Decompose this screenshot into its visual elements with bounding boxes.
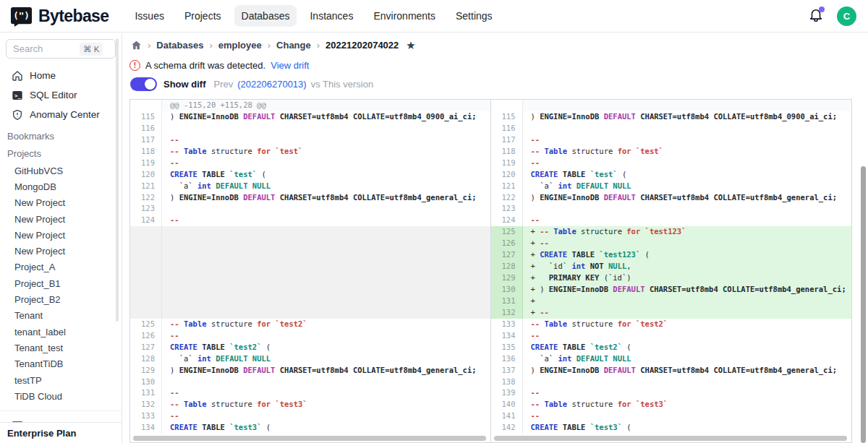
diff-hunk-header: @@ -115,20 +115,28 @@ [130,100,490,111]
h-scrollbar-left[interactable] [133,436,486,441]
diff-line: 123 [491,203,852,215]
diff-empty-line [130,238,490,249]
diff-line: 120CREATE TABLE `test` ( [491,169,852,181]
sidebar-item-anomaly-center[interactable]: Anomaly Center [0,105,122,124]
sidebar-item-label: SQL Editor [30,90,77,100]
page-scrollbar[interactable] [861,166,866,443]
project-item-tenanttidb-12[interactable]: TenantTiDB [0,356,122,372]
line-content: -- [162,410,490,422]
navbar-menu: IssuesProjectsDatabasesInstancesEnvironm… [127,5,499,27]
alert-circle-icon: ! [129,60,140,71]
diff-line: 119-- [491,158,852,169]
project-item-tenant-test-11[interactable]: Tenant_test [0,340,122,356]
diff-line: 128 `a` int DEFAULT NULL [130,353,490,365]
view-drift-link[interactable]: View drift [271,60,309,71]
line-content: ) ENGINE=InnoDB DEFAULT CHARSET=utf8mb4 … [523,192,852,204]
breadcrumb-separator: › [317,40,320,51]
line-number [130,284,162,296]
line-content: + CREATE TABLE `test123` ( [523,249,852,261]
diff-line: 118-- Table structure for `test` [130,146,490,158]
diff-line: 135CREATE TABLE `test2` ( [491,342,852,353]
project-item-new-project-3[interactable]: New Project [0,211,122,227]
diff-rows-left: @@ -115,20 +115,28 @@115) ENGINE=InnoDB … [130,100,490,434]
project-item-testtp-13[interactable]: testTP [0,372,122,388]
diff-line: 124-- [130,215,490,226]
diff-line: 122) ENGINE=InnoDB DEFAULT CHARSET=utf8m… [491,192,852,204]
line-content: + -- [523,307,852,319]
breadcrumb-databases[interactable]: Databases [156,40,203,51]
brand[interactable]: (") Bytebase [10,5,109,27]
nav-item-databases[interactable]: Databases [234,5,297,27]
diff-line: 124-- [491,215,852,226]
nav-item-environments[interactable]: Environments [366,5,443,27]
line-content [523,203,852,215]
project-item-mongodb-1[interactable]: MongoDB [0,179,122,194]
h-scrollbar-right[interactable] [494,436,848,441]
diff-line: 125+ -- Table structure for `test123` [491,226,852,238]
line-content: ) ENGINE=InnoDB DEFAULT CHARSET=utf8mb4 … [523,365,852,377]
project-item-project-b1-7[interactable]: Project_B1 [0,275,122,291]
line-number [130,272,162,284]
nav-item-projects[interactable]: Projects [177,5,229,27]
nav-item-settings[interactable]: Settings [448,5,500,27]
line-number: 132 [491,307,523,319]
project-item-project-b2-8[interactable]: Project_B2 [0,291,122,307]
diff-line: 125-- Table structure for `test2` [130,319,490,330]
diff-line: 138 [491,377,852,388]
project-item-new-project-2[interactable]: New Project [0,195,122,211]
line-number: 138 [491,377,523,388]
sidebar-item-label: Anomaly Center [30,109,100,120]
line-number: 131 [130,387,162,399]
breadcrumb: › Databases › employee › Change › 202212… [123,33,868,56]
prev-version-link[interactable]: (202206270013) [237,79,306,90]
nav-item-issues[interactable]: Issues [127,5,171,27]
line-content: + -- Table structure for `test123` [523,226,852,238]
line-number: 134 [491,330,523,342]
project-item-tenant-label-10[interactable]: tenant_label [0,324,122,340]
search-box[interactable]: ⌘ K [6,39,116,59]
home-icon [11,69,23,82]
search-input[interactable] [13,43,80,54]
line-number [130,238,162,249]
home-breadcrumb-icon[interactable] [131,40,142,51]
line-content [162,377,490,388]
project-item-githubvcs-0[interactable]: GitHubVCS [0,163,122,179]
sidebar-scrollbar[interactable] [116,38,119,322]
diff-line: 130 [130,377,490,388]
sidebar-item-home[interactable]: Home [0,66,122,85]
nav-item-instances[interactable]: Instances [302,5,360,27]
projects-list: GitHubVCSMongoDBNew ProjectNew ProjectNe… [0,163,122,404]
shield-icon [11,108,23,121]
line-number: 140 [491,399,523,410]
line-content [523,100,852,111]
diff-line: 121 `a` int DEFAULT NULL [491,181,852,192]
project-item-project-a-6[interactable]: Project_A [0,259,122,275]
diff-line: 133-- [130,410,490,422]
line-number: 134 [130,422,162,434]
line-number: 115 [130,111,162,123]
avatar[interactable]: C [837,7,856,26]
line-number: 128 [491,261,523,272]
line-number: 117 [130,134,162,146]
diff-line: 130+ ) ENGINE=InnoDB DEFAULT CHARSET=utf… [491,284,852,296]
diff-empty-line [130,307,490,319]
diff-line: 142CREATE TABLE `test3` ( [491,422,852,434]
sidebar-item-sql-editor[interactable]: >_ SQL Editor [0,85,122,105]
project-item-tidb-cloud-14[interactable]: TiDB Cloud [0,388,122,404]
line-number: 128 [130,353,162,365]
line-content: ) ENGINE=InnoDB DEFAULT CHARSET=utf8mb4 … [162,111,490,123]
project-item-tenant-9[interactable]: Tenant [0,308,122,324]
line-number: 119 [130,158,162,169]
breadcrumb-employee[interactable]: employee [218,40,262,51]
project-item-new-project-5[interactable]: New Project [0,243,122,259]
diff-line: 127CREATE TABLE `test2` ( [130,342,490,353]
line-number: 133 [130,410,162,422]
diff-empty-line [130,284,490,296]
bookmark-star-icon[interactable]: ★ [406,40,415,51]
line-number: 127 [491,249,523,261]
notification-bell-button[interactable] [808,8,824,24]
project-item-new-project-4[interactable]: New Project [0,227,122,243]
show-diff-toggle[interactable] [130,77,157,91]
brand-name: Bytebase [38,7,109,26]
breadcrumb-change[interactable]: Change [276,40,311,51]
